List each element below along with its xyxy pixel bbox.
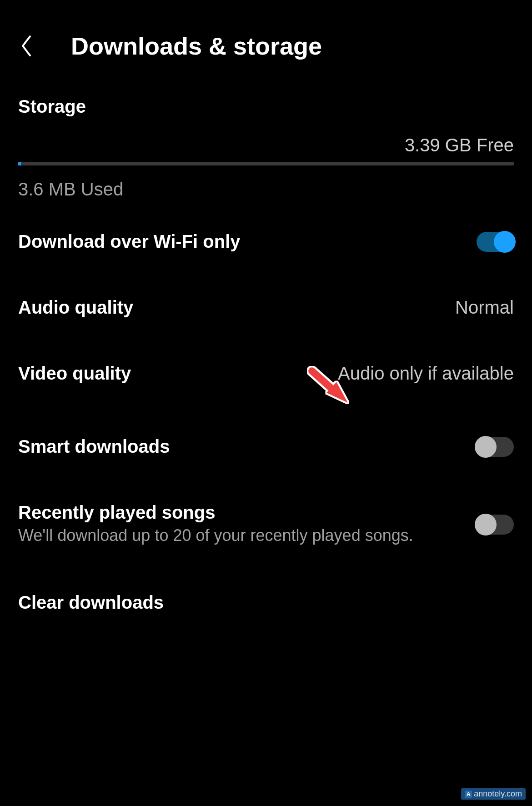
toggle-knob [475, 514, 497, 536]
storage-label: Storage [18, 96, 514, 117]
audio-quality-row[interactable]: Audio quality Normal [0, 275, 532, 340]
recently-played-text: Recently played songs We'll download up … [18, 502, 477, 547]
clear-downloads-label: Clear downloads [18, 592, 164, 613]
video-quality-value: Audio only if available [338, 363, 514, 384]
storage-bar [18, 162, 514, 165]
storage-used-text: 3.6 MB Used [18, 179, 514, 200]
storage-bar-fill [18, 162, 21, 165]
clear-downloads-row[interactable]: Clear downloads [0, 570, 532, 636]
page-title: Downloads & storage [71, 32, 322, 60]
recently-played-row[interactable]: Recently played songs We'll download up … [0, 480, 532, 570]
smart-downloads-row[interactable]: Smart downloads [0, 406, 532, 480]
video-quality-row[interactable]: Video quality Audio only if available [0, 340, 532, 406]
recently-played-label: Recently played songs [18, 502, 463, 523]
wifi-only-toggle[interactable] [477, 232, 514, 252]
watermark-logo-icon: A [465, 791, 472, 798]
storage-block: 3.39 GB Free 3.6 MB Used [18, 135, 514, 200]
wifi-only-row[interactable]: Download over Wi-Fi only [0, 209, 532, 275]
audio-quality-value: Normal [455, 297, 514, 318]
wifi-only-label: Download over Wi-Fi only [18, 231, 241, 252]
watermark-text: annotely.com [474, 789, 522, 799]
video-quality-label: Video quality [18, 363, 131, 384]
watermark: A annotely.com [461, 788, 526, 800]
smart-downloads-toggle[interactable] [477, 437, 514, 457]
back-icon[interactable] [18, 32, 35, 60]
recently-played-toggle[interactable] [477, 515, 514, 535]
recently-played-subtitle: We'll download up to 20 of your recently… [18, 525, 463, 547]
header: Downloads & storage [0, 0, 532, 78]
toggle-knob [475, 436, 497, 458]
storage-free-text: 3.39 GB Free [18, 135, 514, 155]
smart-downloads-label: Smart downloads [18, 436, 170, 457]
toggle-knob [494, 231, 516, 253]
storage-section: Storage 3.39 GB Free 3.6 MB Used [0, 78, 532, 200]
audio-quality-label: Audio quality [18, 297, 133, 318]
